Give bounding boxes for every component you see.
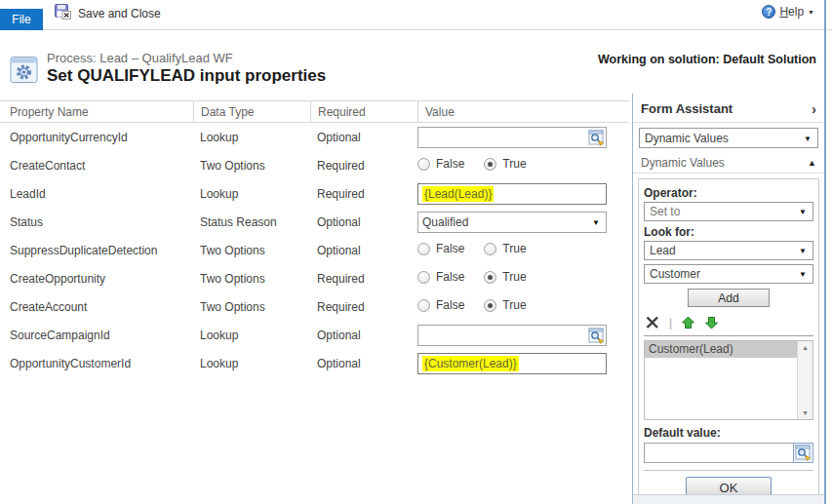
save-and-close-button[interactable]: Save and Close bbox=[55, 4, 161, 22]
data-type-cell: Lookup bbox=[193, 357, 310, 370]
assistant-mode-value: Dynamic Values bbox=[645, 132, 729, 145]
radio-false-circle[interactable] bbox=[417, 158, 430, 171]
property-name-cell: OpportunityCurrencyId bbox=[0, 131, 193, 144]
section-divider bbox=[633, 173, 824, 174]
property-name-cell: CreateOpportunity bbox=[0, 272, 193, 286]
value-input[interactable]: {Customer(Lead)} bbox=[417, 353, 607, 374]
move-down-icon[interactable] bbox=[704, 316, 719, 330]
required-cell: Optional bbox=[310, 357, 417, 370]
data-type-cell: Status Reason bbox=[193, 215, 310, 229]
property-name-cell: CreateAccount bbox=[0, 300, 193, 314]
value-cell bbox=[417, 325, 622, 346]
value-input[interactable]: {Lead(Lead)} bbox=[417, 183, 607, 205]
properties-table: Property Name Data Type Required Value O… bbox=[0, 100, 629, 377]
radio-false[interactable]: False bbox=[417, 242, 464, 255]
scroll-up-icon[interactable]: ▲ bbox=[798, 344, 812, 351]
required-cell: Required bbox=[310, 187, 417, 201]
radio-false-label: False bbox=[436, 270, 464, 284]
required-cell: Optional bbox=[310, 244, 417, 257]
value-cell: FalseTrue bbox=[417, 270, 622, 287]
working-on-solution-label: Working on solution: Default Solution bbox=[598, 53, 816, 66]
process-breadcrumb: Process: Lead – QualifyLead WF bbox=[47, 51, 233, 65]
table-row: CreateOpportunityTwo OptionsRequiredFals… bbox=[0, 264, 629, 292]
workflow-gear-icon bbox=[10, 56, 39, 88]
chevron-down-icon: ▼ bbox=[592, 218, 600, 227]
help-caret-down-icon: ▼ bbox=[808, 9, 814, 16]
move-up-icon[interactable] bbox=[681, 316, 695, 330]
dynamic-values-listbox[interactable]: Customer(Lead) ▲ ▼ bbox=[644, 340, 813, 420]
value-cell: {Customer(Lead)} bbox=[417, 353, 622, 374]
look-for-label: Look for: bbox=[644, 225, 813, 239]
radio-false-circle[interactable] bbox=[417, 271, 430, 284]
data-type-cell: Lookup bbox=[193, 329, 310, 342]
operator-value: Set to bbox=[650, 205, 680, 218]
radio-true-circle[interactable] bbox=[484, 299, 496, 312]
workflow-properties-window: File Save and Close ? Help ▼ bbox=[0, 0, 832, 504]
radio-true-circle[interactable] bbox=[484, 271, 496, 284]
ok-divider bbox=[644, 470, 813, 471]
help-label: Help bbox=[779, 5, 804, 19]
window-right-border bbox=[824, 0, 826, 504]
radio-false[interactable]: False bbox=[417, 298, 464, 312]
dynamic-values-section-title: Dynamic Values bbox=[641, 156, 725, 170]
default-value-lookup-button[interactable] bbox=[793, 443, 813, 463]
radio-false-circle[interactable] bbox=[417, 243, 430, 255]
value-cell: Qualified▼ bbox=[417, 212, 622, 233]
radio-true[interactable]: True bbox=[484, 298, 526, 312]
radio-true[interactable]: True bbox=[484, 242, 526, 255]
operator-select[interactable]: Set to ▼ bbox=[644, 202, 813, 221]
file-tab[interactable]: File bbox=[0, 9, 43, 30]
property-rows: OpportunityCurrencyIdLookupOptionalCreat… bbox=[0, 123, 629, 377]
delete-x-icon[interactable] bbox=[645, 315, 660, 330]
scroll-down-icon[interactable]: ▼ bbox=[798, 409, 812, 416]
property-name-cell: SuppressDuplicateDetection bbox=[0, 244, 193, 257]
list-item[interactable]: Customer(Lead) bbox=[645, 341, 797, 358]
help-icon: ? bbox=[762, 5, 775, 19]
value-cell: FalseTrue bbox=[417, 157, 622, 174]
scrollbar[interactable]: ▲ ▼ bbox=[797, 341, 812, 419]
lookup-input[interactable] bbox=[417, 127, 607, 148]
chevron-down-icon: ▼ bbox=[804, 135, 812, 143]
lookup-input[interactable] bbox=[417, 325, 607, 346]
radio-true-circle[interactable] bbox=[484, 158, 496, 171]
radio-true-circle[interactable] bbox=[484, 243, 496, 255]
look-for-attribute-select[interactable]: Customer ▼ bbox=[644, 264, 813, 284]
assistant-mode-select[interactable]: Dynamic Values ▼ bbox=[639, 128, 818, 148]
separator: | bbox=[669, 316, 672, 330]
radio-true[interactable]: True bbox=[484, 157, 526, 171]
value-cell: {Lead(Lead)} bbox=[417, 183, 622, 205]
dynamic-values-section-header[interactable]: Dynamic Values ▲ bbox=[633, 151, 824, 173]
help-menu[interactable]: ? Help ▼ bbox=[762, 5, 814, 19]
form-assistant-header[interactable]: Form Assistant › bbox=[633, 94, 824, 123]
data-type-cell: Two Options bbox=[193, 244, 310, 257]
dynamic-values-box: Operator: Set to ▼ Look for: Lead ▼ Cust… bbox=[638, 178, 819, 503]
value-cell: FalseTrue bbox=[417, 242, 622, 258]
chevron-down-icon: ▼ bbox=[799, 208, 807, 216]
radio-true[interactable]: True bbox=[484, 270, 526, 284]
dynamic-value-text: {Lead(Lead)} bbox=[422, 186, 494, 202]
value-select[interactable]: Qualified▼ bbox=[417, 212, 607, 233]
add-button[interactable]: Add bbox=[688, 289, 770, 307]
data-type-cell: Two Options bbox=[193, 159, 310, 173]
radio-false-circle[interactable] bbox=[417, 299, 430, 312]
table-row: SuppressDuplicateDetectionTwo OptionsOpt… bbox=[0, 236, 629, 264]
dynamic-value-text: {Customer(Lead)} bbox=[422, 356, 519, 371]
data-type-cell: Lookup bbox=[193, 187, 310, 201]
radio-false[interactable]: False bbox=[417, 270, 464, 284]
lookup-icon[interactable] bbox=[588, 130, 605, 148]
radio-true-label: True bbox=[502, 242, 526, 255]
property-name-cell: Status bbox=[0, 215, 193, 229]
header-value: Value bbox=[417, 101, 629, 122]
toolbar: File Save and Close ? Help ▼ bbox=[0, 0, 832, 30]
property-name-cell: SourceCampaignId bbox=[0, 329, 193, 342]
property-name-cell: LeadId bbox=[0, 187, 193, 201]
required-cell: Optional bbox=[310, 131, 417, 144]
table-row: LeadIdLookupRequired{Lead(Lead)} bbox=[0, 179, 629, 208]
table-row: StatusStatus ReasonOptionalQualified▼ bbox=[0, 208, 629, 236]
default-value-input[interactable] bbox=[644, 443, 813, 463]
default-value-label: Default value: bbox=[644, 426, 813, 440]
look-for-entity-select[interactable]: Lead ▼ bbox=[644, 241, 813, 260]
lookup-icon[interactable] bbox=[588, 328, 605, 346]
radio-false[interactable]: False bbox=[417, 157, 464, 171]
required-cell: Required bbox=[310, 300, 417, 314]
